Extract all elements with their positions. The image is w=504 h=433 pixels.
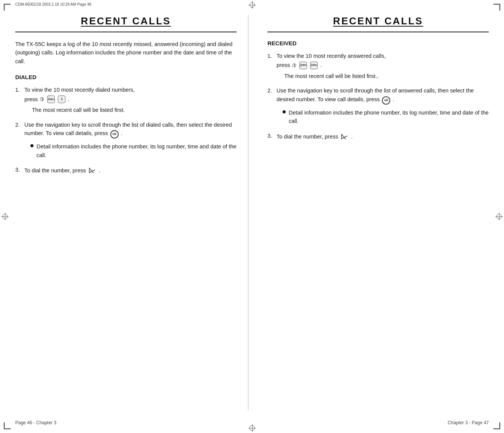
left-item-3: 3. To dial the number, press . — [15, 166, 237, 175]
left-bullet-1: Detail information includes the phone nu… — [30, 142, 237, 159]
left-column: RECENT CALLS The TX-55C keeps a log of t… — [15, 15, 248, 410]
right-item-1: 1. To view the 10 most recently answered… — [267, 52, 489, 80]
left-item-1-num: 1. — [15, 86, 23, 114]
key-2abc-1: 2abc — [47, 96, 55, 103]
received-heading: RECEIVED — [267, 40, 489, 46]
footer-right: Chapter 3 - Page 47 — [448, 420, 489, 425]
left-intro: The TX-55C keeps a log of the 10 most re… — [15, 40, 237, 65]
left-bullet-text: Detail information includes the phone nu… — [37, 142, 237, 159]
header-text: CDM-86002/18 2003.2.18 10:29 AM Page 48 — [15, 2, 91, 6]
right-title: RECENT CALLS — [267, 15, 489, 29]
right-item-1-content: To view the 10 most recently answered ca… — [277, 52, 489, 80]
right-press-label-1: press — [277, 61, 290, 69]
right-item-2-period: . — [393, 96, 394, 102]
left-item-3-content: To dial the number, press . — [24, 166, 237, 175]
send-icon-left — [88, 167, 97, 174]
left-title-divider — [15, 32, 237, 32]
left-item-1-content: To view the 10 most recently dialed numb… — [24, 86, 237, 114]
right-item-1-press: press ✆ 2abc 2abc . — [277, 61, 489, 69]
right-item-2: 2. Use the navigation key to scroll thro… — [267, 86, 489, 125]
right-item-2-text: Use the navigation key to scroll through… — [277, 88, 474, 102]
period-1: . — [68, 95, 69, 103]
right-item-3-text: To dial the number, press — [277, 132, 338, 141]
phone-icon-right-1: ✆ — [291, 61, 297, 70]
right-item-3-press: To dial the number, press . — [277, 132, 489, 141]
left-item-3-num: 3. — [15, 166, 23, 175]
right-item-3: 3. To dial the number, press . — [267, 132, 489, 141]
key-1-1: 1 — [58, 96, 65, 103]
key-2abc-right-1: 2abc — [299, 62, 307, 69]
right-bullet-text: Detail information includes the phone nu… — [289, 108, 489, 126]
ok-icon-left: ok — [110, 130, 119, 138]
header-strip: CDM-86002/18 2003.2.18 10:29 AM Page 48 — [0, 0, 504, 8]
left-item-2-content: Use the navigation key to scroll through… — [24, 121, 237, 159]
reg-mark-bottom — [248, 424, 256, 432]
reg-mark-left — [1, 213, 9, 220]
right-item-3-content: To dial the number, press . — [277, 132, 489, 141]
right-item-2-num: 2. — [267, 86, 275, 125]
left-item-3-text: To dial the number, press — [24, 166, 86, 175]
left-item-2-period: . — [121, 130, 122, 136]
bullet-dot-right — [283, 110, 286, 113]
left-item-1: 1. To view the 10 most recently dialed n… — [15, 86, 237, 114]
phone-icon-1: ✆ — [39, 95, 45, 104]
right-item-1-num: 1. — [267, 52, 275, 80]
dialed-heading: DIALED — [15, 74, 237, 80]
press-label-1: press — [24, 95, 38, 103]
reg-mark-right — [495, 213, 503, 220]
footer-left: Page 46 - Chapter 3 — [15, 420, 56, 425]
right-bullet-1: Detail information includes the phone nu… — [283, 108, 489, 126]
left-item-1-note: The most recent call will be listed firs… — [32, 106, 237, 114]
right-item-2-content: Use the navigation key to scroll through… — [277, 86, 489, 125]
left-item-2-text: Use the navigation key to scroll through… — [24, 122, 232, 136]
left-item-3-press: To dial the number, press . — [24, 166, 237, 175]
bullet-dot-left — [30, 144, 33, 147]
left-item-1-press: press ✆ 2abc 1 . — [24, 95, 237, 103]
ok-icon-right: ok — [382, 96, 390, 105]
right-title-divider — [267, 32, 489, 32]
key-2abc-right-2: 2abc — [310, 62, 318, 69]
right-period-1: . — [320, 61, 321, 69]
page-layout: RECENT CALLS The TX-55C keeps a log of t… — [15, 15, 489, 410]
left-title: RECENT CALLS — [15, 15, 237, 29]
right-item-1-text: To view the 10 most recently answered ca… — [277, 53, 386, 59]
corner-mark-br — [493, 422, 500, 429]
right-column: RECENT CALLS RECEIVED 1. To view the 10 … — [248, 15, 489, 410]
right-item-3-num: 3. — [267, 132, 275, 141]
right-item-3-period: . — [351, 132, 353, 141]
corner-mark-bl — [4, 422, 11, 429]
send-icon-right — [340, 133, 349, 140]
left-item-1-text: To view the 10 most recently dialed numb… — [24, 87, 135, 93]
right-item-1-note: The most recent call will be listed firs… — [284, 72, 489, 80]
left-item-2: 2. Use the navigation key to scroll thro… — [15, 121, 237, 159]
left-item-3-period: . — [99, 166, 100, 175]
left-item-2-num: 2. — [15, 121, 23, 159]
